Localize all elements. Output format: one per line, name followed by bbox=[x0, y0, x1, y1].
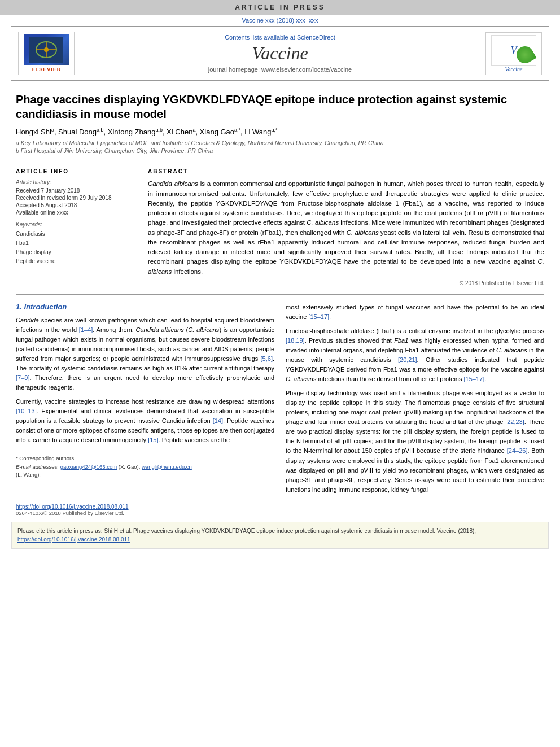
available-online: Available online xxxx bbox=[16, 209, 126, 216]
email1-name: (X. Gao), bbox=[119, 464, 141, 470]
email-label: E-mail addresses: bbox=[16, 464, 59, 470]
ref-1-4[interactable]: [1–4] bbox=[79, 326, 93, 333]
footnote-area: * Corresponding authors. E-mail addresse… bbox=[16, 451, 274, 479]
abstract-col: ABSTRACT Candida albicans is a common co… bbox=[148, 168, 544, 286]
elsevier-text: ELSEVIER bbox=[32, 67, 62, 72]
ref-5-6[interactable]: [5,6] bbox=[261, 355, 273, 362]
history-label: Article history: bbox=[16, 179, 126, 185]
keyword-3: Phage display bbox=[16, 248, 126, 257]
doi-section: https://doi.org/10.1016/j.vaccine.2018.0… bbox=[0, 504, 560, 516]
ref-24-26[interactable]: [24–26] bbox=[507, 447, 528, 454]
email2-name: (L. Wang). bbox=[16, 471, 41, 478]
ref-7-9[interactable]: [7–9] bbox=[16, 374, 29, 381]
affiliations: a Key Laboratory of Molecular Epigenetic… bbox=[16, 139, 544, 154]
contents-label: Contents lists available at bbox=[225, 34, 295, 41]
intro-para2: Currently, vaccine strategies to increas… bbox=[16, 397, 274, 445]
vaccine-logo-box: V bbox=[491, 35, 536, 66]
right-para1: most extensively studied types of fungal… bbox=[286, 303, 544, 322]
right-para2: Fructose-bisphosphate aldolase (Fba1) is… bbox=[286, 326, 544, 384]
abstract-header: ABSTRACT bbox=[148, 168, 544, 174]
svg-point-4 bbox=[44, 47, 49, 52]
keyword-4: Peptide vaccine bbox=[16, 257, 126, 266]
authors-line: Hongxi Shia, Shuai Donga,b, Xintong Zhan… bbox=[16, 127, 544, 136]
copyright-line: © 2018 Published by Elsevier Ltd. bbox=[148, 280, 544, 286]
email2-link[interactable]: wangli@nenu.edu.cn bbox=[142, 464, 192, 470]
article-title: Phage vaccines displaying YGKDVKDLFDYAQE… bbox=[16, 92, 544, 121]
aip-banner: ARTICLE IN PRESS bbox=[0, 0, 560, 15]
corresponding-note: * Corresponding authors. bbox=[16, 455, 274, 462]
journal-ref-text: Vaccine xxx (2018) xxx–xxx bbox=[242, 17, 318, 24]
doi-link[interactable]: https://doi.org/10.1016/j.vaccine.2018.0… bbox=[16, 504, 544, 510]
article-info-header: ARTICLE INFO bbox=[16, 168, 126, 174]
ref-14[interactable]: [14] bbox=[213, 417, 223, 424]
keyword-2: Fba1 bbox=[16, 239, 126, 248]
keyword-1: Candidiasis bbox=[16, 230, 126, 239]
received-revised-date: Received in revised form 29 July 2018 bbox=[16, 195, 126, 201]
elsevier-svg-icon bbox=[29, 37, 63, 63]
accepted-date: Accepted 5 August 2018 bbox=[16, 202, 126, 208]
ref-15[interactable]: [15] bbox=[148, 436, 158, 443]
ref-10-13[interactable]: [10–13] bbox=[16, 408, 37, 414]
affiliation-b: b First Hospital of Jilin University, Ch… bbox=[16, 147, 544, 154]
body-cols: 1. Introduction Candida species are well… bbox=[16, 303, 544, 499]
ref-15-17b[interactable]: [15–17] bbox=[464, 375, 485, 382]
citation-box: Please cite this article in press as: Sh… bbox=[11, 522, 549, 549]
journal-ref-line: Vaccine xxx (2018) xxx–xxx bbox=[0, 15, 560, 26]
main-content: Phage vaccines displaying YGKDVKDLFDYAQE… bbox=[0, 92, 560, 499]
intro-para1: Candida species are well-known pathogens… bbox=[16, 316, 274, 392]
science-direct-link[interactable]: ScienceDirect bbox=[297, 34, 335, 41]
ref-15-17[interactable]: [15–17] bbox=[308, 313, 329, 320]
abstract-text: Candida albicans is a common commensal a… bbox=[148, 179, 544, 277]
issn-text: 0264-410X/© 2018 Published by Elsevier L… bbox=[16, 510, 544, 516]
email1-link[interactable]: gaoxiang424@163.com bbox=[60, 464, 117, 470]
aip-text: ARTICLE IN PRESS bbox=[235, 3, 325, 11]
doi-anchor[interactable]: https://doi.org/10.1016/j.vaccine.2018.0… bbox=[16, 504, 129, 510]
keywords-label: Keywords: bbox=[16, 221, 126, 228]
elsevier-logo-box bbox=[24, 34, 69, 65]
info-abstract-cols: ARTICLE INFO Article history: Received 7… bbox=[16, 161, 544, 286]
ref-22-23[interactable]: [22,23] bbox=[505, 418, 524, 425]
vaccine-logo: V Vaccine bbox=[485, 32, 542, 75]
ref-20-21[interactable]: [20,21] bbox=[398, 356, 417, 363]
journal-name: Vaccine bbox=[75, 43, 485, 64]
page: ARTICLE IN PRESS Vaccine xxx (2018) xxx–… bbox=[0, 0, 560, 747]
citation-text: Please cite this article in press as: Sh… bbox=[18, 528, 476, 534]
affiliation-a: a Key Laboratory of Molecular Epigenetic… bbox=[16, 139, 544, 146]
article-info-col: ARTICLE INFO Article history: Received 7… bbox=[16, 168, 134, 286]
journal-header: ELSEVIER Contents lists available at Sci… bbox=[11, 26, 549, 81]
body-right-col: most extensively studied types of fungal… bbox=[286, 303, 544, 499]
ref-18-19[interactable]: [18,19] bbox=[286, 337, 305, 344]
email-line: E-mail addresses: gaoxiang424@163.com (X… bbox=[16, 463, 274, 479]
section-divider bbox=[16, 294, 544, 295]
intro-section-title: 1. Introduction bbox=[16, 303, 274, 311]
right-para3: Phage display technology was used and a … bbox=[286, 388, 544, 495]
vaccine-label-text: Vaccine bbox=[505, 66, 522, 72]
citation-doi-link[interactable]: https://doi.org/10.1016/j.vaccine.2018.0… bbox=[18, 536, 130, 543]
elsevier-logo: ELSEVIER bbox=[18, 32, 75, 75]
contents-line: Contents lists available at ScienceDirec… bbox=[75, 34, 485, 41]
journal-homepage: journal homepage: www.elsevier.com/locat… bbox=[75, 66, 485, 73]
journal-center: Contents lists available at ScienceDirec… bbox=[75, 34, 485, 73]
keywords-section: Keywords: Candidiasis Fba1 Phage display… bbox=[16, 221, 126, 266]
received-date: Received 7 January 2018 bbox=[16, 187, 126, 194]
body-left-col: 1. Introduction Candida species are well… bbox=[16, 303, 274, 499]
